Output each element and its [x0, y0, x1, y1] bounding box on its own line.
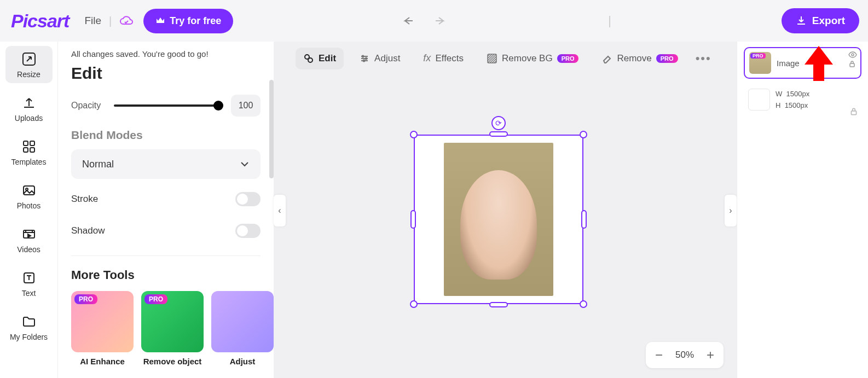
ctx-edit[interactable]: Edit — [296, 48, 344, 69]
zoom-control: − 50% + — [646, 342, 724, 368]
export-button[interactable]: Export — [782, 8, 859, 33]
fx-icon: fx — [423, 53, 431, 64]
selected-image[interactable] — [414, 135, 583, 304]
opacity-control: Opacity 100 — [71, 95, 261, 117]
layers-panel: PRO Image W 1500px H 1500px — [737, 42, 868, 378]
text-icon — [21, 270, 37, 286]
remove-bg-icon — [487, 53, 497, 64]
shadow-toggle[interactable] — [235, 224, 261, 238]
download-icon — [796, 15, 807, 26]
resize-handle-right[interactable] — [581, 210, 587, 229]
undo-redo-group — [403, 15, 445, 26]
tool-adjust[interactable]: Adjust — [211, 291, 274, 366]
redo-icon[interactable] — [431, 15, 445, 26]
lock-icon[interactable] — [849, 107, 858, 116]
layer-thumbnail — [748, 89, 770, 111]
nav-text[interactable]: Text — [5, 265, 53, 302]
nav-videos[interactable]: Videos — [5, 221, 53, 258]
resize-handle-bl[interactable] — [410, 300, 418, 308]
tool-remove-object[interactable]: PRO Remove object — [141, 291, 204, 366]
crown-icon — [155, 16, 165, 25]
shadow-row: Shadow — [71, 224, 261, 238]
zoom-out-button[interactable]: − — [652, 347, 666, 363]
layer-actions — [848, 51, 857, 68]
svg-point-10 — [308, 58, 313, 62]
shadow-label: Shadow — [71, 225, 105, 236]
upload-icon — [21, 95, 37, 111]
canvas-area[interactable]: Edit Adjust fx Effects Remove BG PRO Rem… — [274, 42, 737, 378]
chevron-down-icon — [240, 161, 250, 167]
resize-handle-left[interactable] — [410, 210, 416, 229]
zoom-value: 50% — [675, 350, 694, 360]
rotate-handle[interactable]: ⟳ — [491, 116, 506, 130]
undo-icon[interactable] — [403, 15, 417, 26]
tool-adjust-label: Adjust — [230, 357, 256, 366]
try-for-free-label: Try for free — [170, 15, 221, 27]
collapse-right-handle[interactable]: › — [725, 195, 737, 226]
resize-handle-bottom[interactable] — [489, 302, 508, 307]
pro-badge: PRO — [144, 294, 167, 304]
nav-uploads[interactable]: Uploads — [5, 90, 53, 127]
svg-rect-4 — [30, 148, 34, 152]
pro-badge: PRO — [557, 54, 579, 63]
visibility-icon[interactable] — [848, 51, 857, 58]
cloud-sync-icon[interactable] — [119, 15, 134, 26]
resize-icon — [21, 51, 37, 67]
ctx-adjust[interactable]: Adjust — [351, 48, 408, 69]
resize-handle-top[interactable] — [489, 131, 508, 137]
templates-icon — [21, 139, 37, 154]
ctx-effects-label: Effects — [435, 53, 464, 64]
tool-ai-enhance[interactable]: PRO AI Enhance — [71, 291, 134, 366]
resize-handle-br[interactable] — [580, 300, 587, 308]
ctx-edit-label: Edit — [319, 53, 336, 64]
opacity-value[interactable]: 100 — [231, 95, 261, 117]
brand-logo[interactable]: Picsart — [11, 10, 69, 32]
pro-badge: PRO — [750, 53, 766, 59]
blend-mode-select[interactable]: Normal — [71, 149, 261, 179]
try-for-free-button[interactable]: Try for free — [143, 9, 233, 33]
svg-point-15 — [852, 54, 854, 56]
file-menu[interactable]: File — [84, 15, 101, 27]
tool-ai-enhance-label: AI Enhance — [80, 357, 125, 366]
blend-modes-heading: Blend Modes — [71, 129, 261, 142]
nav-templates[interactable]: Templates — [5, 133, 53, 171]
svg-point-11 — [362, 55, 364, 57]
stroke-toggle[interactable] — [235, 192, 261, 206]
blend-mode-value: Normal — [82, 159, 114, 170]
ctx-remove-bg[interactable]: Remove BG PRO — [479, 48, 586, 69]
height-label: H — [776, 101, 780, 109]
svg-point-12 — [366, 57, 367, 59]
nav-photos[interactable]: Photos — [5, 177, 53, 214]
svg-rect-5 — [24, 186, 34, 195]
export-label: Export — [812, 15, 845, 27]
ctx-remove[interactable]: Remove PRO — [594, 48, 685, 69]
context-toolbar: Edit Adjust fx Effects Remove BG PRO Rem… — [296, 47, 711, 69]
zoom-in-button[interactable]: + — [704, 347, 717, 363]
resize-handle-tl[interactable] — [410, 131, 418, 138]
resize-handle-tr[interactable] — [580, 131, 587, 138]
layer-background[interactable]: W 1500px H 1500px — [744, 84, 861, 116]
nav-resize[interactable]: Resize — [5, 46, 53, 83]
panel-scrollbar[interactable] — [269, 80, 274, 178]
ctx-remove-bg-label: Remove BG — [502, 53, 553, 64]
slider-knob[interactable] — [213, 101, 223, 111]
collapse-left-handle[interactable]: ‹ — [274, 195, 286, 226]
nav-my-folders[interactable]: My Folders — [5, 309, 53, 346]
stroke-row: Stroke — [71, 192, 261, 206]
ctx-effects[interactable]: fx Effects — [415, 47, 471, 69]
svg-rect-17 — [851, 111, 856, 115]
ctx-more-icon[interactable]: ••• — [696, 51, 711, 66]
svg-point-13 — [363, 60, 365, 61]
more-tools-heading: More Tools — [71, 268, 261, 282]
width-label: W — [776, 90, 782, 98]
nav-my-folders-label: My Folders — [10, 333, 48, 341]
nav-videos-label: Videos — [17, 245, 40, 254]
top-bar: Picsart File | Try for free | Export — [0, 0, 868, 42]
height-value: 1500px — [785, 101, 808, 109]
canvas-selection[interactable]: ⟳ — [414, 135, 583, 304]
opacity-slider[interactable] — [114, 104, 219, 107]
annotation-arrow-icon — [801, 46, 836, 81]
nav-uploads-label: Uploads — [15, 114, 43, 123]
nav-resize-label: Resize — [17, 70, 40, 79]
lock-icon[interactable] — [848, 60, 857, 68]
